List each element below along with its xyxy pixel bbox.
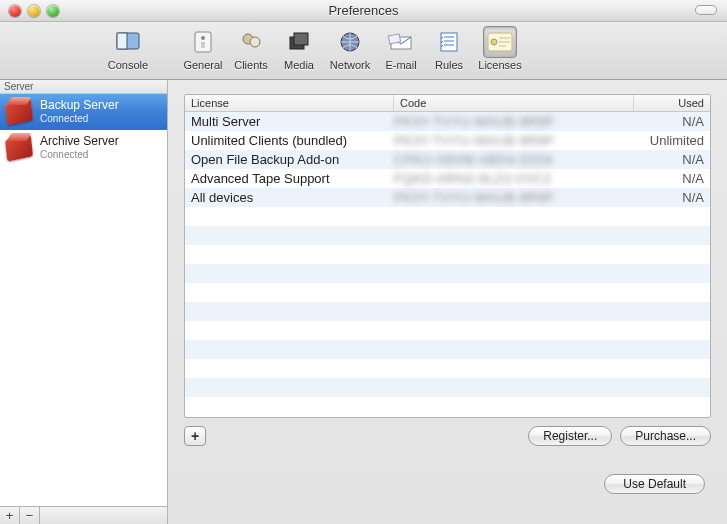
svg-rect-11 [388, 34, 400, 44]
svg-rect-8 [294, 33, 308, 45]
table-row[interactable]: Unlimited Clients (bundled)PK3Y-TVYU-WAU… [185, 131, 710, 150]
table-row[interactable]: Multi ServerPK3Y-TVYU-WAUB-9R9PN/A [185, 112, 710, 131]
general-icon [186, 26, 220, 58]
svg-point-14 [491, 39, 497, 45]
server-cube-icon [4, 99, 34, 125]
server-cube-icon [4, 135, 34, 161]
add-server-button[interactable]: + [0, 507, 20, 524]
media-icon [282, 26, 316, 58]
table-row[interactable]: Open File Backup Add-onCPKU-S9VM-ABD4-D3… [185, 150, 710, 169]
table-row[interactable]: Advanced Tape SupportFQKD-ARNZ-8LZ3-VVC2… [185, 169, 710, 188]
cell-license: Multi Server [191, 114, 394, 129]
toolbar-item-rules[interactable]: Rules [426, 26, 472, 71]
toolbar-item-network[interactable]: Network [324, 26, 376, 71]
cell-code: PK3Y-TVYU-WAUB-9R9P [394, 114, 634, 129]
table-row [185, 207, 710, 226]
sidebar-item-archive-server[interactable]: Archive Server Connected [0, 130, 167, 166]
cell-used: N/A [634, 152, 704, 167]
svg-rect-4 [201, 42, 205, 48]
table-header: License Code Used [185, 95, 710, 112]
window-title: Preferences [0, 3, 727, 18]
cell-code: PK3Y-TVYU-WAUB-9R9P [394, 133, 634, 148]
toolbar-item-email[interactable]: E-mail [378, 26, 424, 71]
register-button[interactable]: Register... [528, 426, 612, 446]
toolbar-label: General [180, 59, 226, 71]
table-row [185, 283, 710, 302]
sidebar: Server Backup Server Connected Archive S… [0, 80, 168, 524]
svg-rect-12 [441, 33, 457, 51]
sidebar-item-backup-server[interactable]: Backup Server Connected [0, 94, 167, 130]
table-body: Multi ServerPK3Y-TVYU-WAUB-9R9PN/AUnlimi… [185, 112, 710, 417]
table-row [185, 397, 710, 416]
table-row [185, 302, 710, 321]
toolbar-item-general[interactable]: General [180, 26, 226, 71]
svg-rect-1 [117, 33, 127, 49]
cell-used: N/A [634, 114, 704, 129]
svg-point-3 [201, 36, 205, 40]
cell-used: N/A [634, 171, 704, 186]
table-row [185, 359, 710, 378]
server-name: Archive Server [40, 134, 119, 149]
table-row [185, 378, 710, 397]
sidebar-footer: + − [0, 506, 167, 524]
cell-license: Advanced Tape Support [191, 171, 394, 186]
cell-used: Unlimited [634, 133, 704, 148]
rules-icon [432, 26, 466, 58]
main-pane: License Code Used Multi ServerPK3Y-TVYU-… [168, 80, 727, 524]
toolbar-item-clients[interactable]: Clients [228, 26, 274, 71]
toolbar-label: Clients [228, 59, 274, 71]
table-row [185, 321, 710, 340]
cell-license: Open File Backup Add-on [191, 152, 394, 167]
table-row [185, 226, 710, 245]
remove-server-button[interactable]: − [20, 507, 40, 524]
toolbar-item-licenses[interactable]: Licenses [474, 26, 526, 71]
purchase-button[interactable]: Purchase... [620, 426, 711, 446]
cell-code: FQKD-ARNZ-8LZ3-VVC2 [394, 171, 634, 186]
toolbar-item-console[interactable]: Console [102, 26, 154, 71]
cell-used: N/A [634, 190, 704, 205]
use-default-button[interactable]: Use Default [604, 474, 705, 494]
network-icon [333, 26, 367, 58]
table-row [185, 245, 710, 264]
toolbar-label: Rules [426, 59, 472, 71]
col-used[interactable]: Used [634, 95, 710, 111]
cell-license: All devices [191, 190, 394, 205]
toolbar-label: Console [102, 59, 154, 71]
svg-point-6 [250, 37, 260, 47]
server-list: Backup Server Connected Archive Server C… [0, 94, 167, 506]
add-license-button[interactable]: + [184, 426, 206, 446]
toolbar-toggle-pill[interactable] [695, 5, 717, 15]
cell-code: CPKU-S9VM-ABD4-D334 [394, 152, 634, 167]
licenses-table: License Code Used Multi ServerPK3Y-TVYU-… [184, 94, 711, 418]
server-status: Connected [40, 149, 119, 162]
toolbar: Console General Clients Media Network E-… [0, 22, 727, 80]
toolbar-label: Network [324, 59, 376, 71]
table-row [185, 264, 710, 283]
table-row[interactable]: All devicesPK3Y-TVYU-WAUB-9R9PN/A [185, 188, 710, 207]
toolbar-item-media[interactable]: Media [276, 26, 322, 71]
console-icon [111, 26, 145, 58]
sidebar-header: Server [0, 80, 167, 94]
titlebar: Preferences [0, 0, 727, 22]
cell-code: PK3Y-TVYU-WAUB-9R9P [394, 190, 634, 205]
toolbar-label: E-mail [378, 59, 424, 71]
server-name: Backup Server [40, 98, 119, 113]
col-license[interactable]: License [185, 95, 394, 111]
licenses-icon [483, 26, 517, 58]
server-status: Connected [40, 113, 119, 126]
toolbar-label: Licenses [474, 59, 526, 71]
toolbar-label: Media [276, 59, 322, 71]
table-row [185, 340, 710, 359]
email-icon [384, 26, 418, 58]
col-code[interactable]: Code [394, 95, 634, 111]
clients-icon [234, 26, 268, 58]
cell-license: Unlimited Clients (bundled) [191, 133, 394, 148]
